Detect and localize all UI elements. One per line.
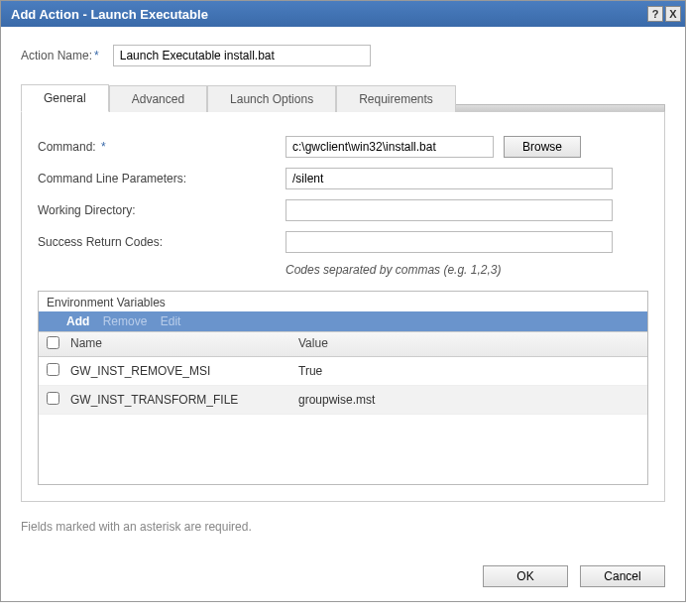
env-toolbar: Add Remove Edit	[39, 311, 647, 331]
command-label: Command: *	[38, 140, 286, 154]
browse-button[interactable]: Browse	[504, 136, 581, 158]
help-button[interactable]: ?	[647, 6, 663, 22]
required-asterisk: *	[94, 49, 99, 62]
env-row-name: GW_INST_TRANSFORM_FILE	[70, 393, 298, 407]
workdir-input[interactable]	[286, 199, 613, 221]
env-row-value: groupwise.mst	[298, 393, 639, 407]
tab-strip: General Advanced Launch Options Requirem…	[21, 84, 665, 112]
workdir-row: Working Directory:	[38, 199, 648, 221]
params-input[interactable]	[286, 168, 613, 189]
action-name-row: Action Name: *	[21, 45, 665, 66]
env-vars-section: Environment Variables Add Remove Edit Na…	[38, 291, 648, 485]
env-vars-title: Environment Variables	[39, 292, 647, 311]
env-table-empty-space	[39, 415, 647, 484]
success-row: Success Return Codes:	[38, 231, 648, 253]
env-row-checkbox[interactable]	[47, 363, 59, 376]
success-label: Success Return Codes:	[38, 235, 286, 249]
tab-strip-filler	[456, 104, 665, 112]
env-col-name: Name	[70, 336, 298, 352]
table-row[interactable]: GW_INST_TRANSFORM_FILE groupwise.mst	[39, 386, 647, 415]
tab-panel-general: Command: * Browse Command Line Parameter…	[21, 112, 665, 502]
tab-requirements[interactable]: Requirements	[336, 85, 456, 112]
params-label: Command Line Parameters:	[38, 172, 286, 185]
env-row-name: GW_INST_REMOVE_MSI	[70, 364, 298, 378]
dialog-button-bar: OK Cancel	[1, 552, 685, 601]
env-edit-button[interactable]: Edit	[161, 314, 181, 328]
env-col-value: Value	[298, 336, 639, 352]
cancel-button[interactable]: Cancel	[580, 565, 665, 587]
env-select-all-checkbox[interactable]	[47, 336, 59, 349]
titlebar-buttons: ? X	[647, 6, 681, 22]
action-name-label: Action Name:	[21, 49, 92, 62]
table-row[interactable]: GW_INST_REMOVE_MSI True	[39, 357, 647, 386]
titlebar: Add Action - Launch Executable ? X	[1, 1, 685, 27]
required-fields-note: Fields marked with an asterisk are requi…	[21, 520, 665, 534]
env-table-header: Name Value	[39, 331, 647, 357]
tab-launch-options[interactable]: Launch Options	[207, 85, 336, 112]
codes-hint: Codes separated by commas (e.g. 1,2,3)	[286, 263, 648, 277]
dialog-content: Action Name: * General Advanced Launch O…	[1, 27, 685, 552]
command-row: Command: * Browse	[38, 136, 648, 158]
env-add-button[interactable]: Add	[66, 314, 89, 328]
close-button[interactable]: X	[665, 6, 681, 22]
workdir-label: Working Directory:	[38, 203, 286, 217]
success-input[interactable]	[286, 231, 613, 253]
titlebar-title: Add Action - Launch Executable	[11, 7, 647, 22]
env-row-checkbox[interactable]	[47, 392, 59, 405]
tab-advanced[interactable]: Advanced	[109, 85, 207, 112]
required-asterisk: *	[101, 140, 106, 154]
dialog-add-action: Add Action - Launch Executable ? X Actio…	[0, 0, 686, 602]
action-name-input[interactable]	[113, 45, 371, 66]
params-row: Command Line Parameters:	[38, 168, 648, 189]
tab-general[interactable]: General	[21, 84, 109, 112]
ok-button[interactable]: OK	[483, 565, 568, 587]
command-input[interactable]	[286, 136, 494, 158]
env-row-value: True	[298, 364, 639, 378]
env-remove-button[interactable]: Remove	[103, 314, 148, 328]
